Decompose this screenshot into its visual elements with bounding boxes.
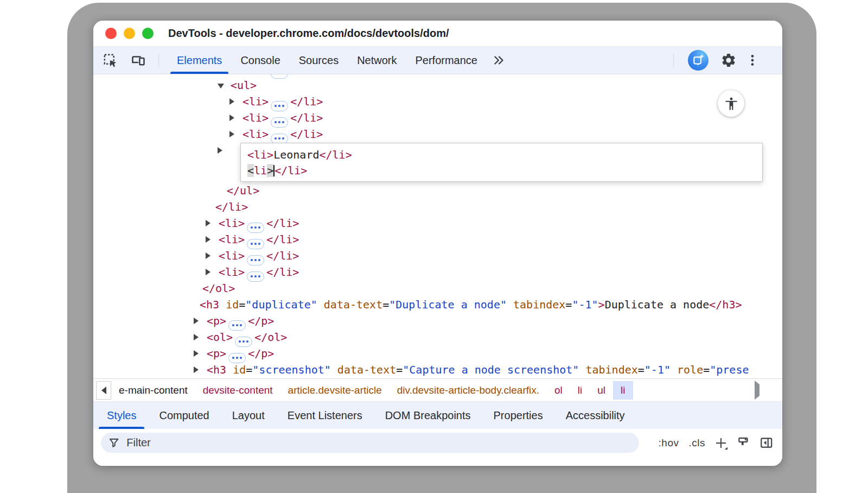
dom-rows: <li></li><ul><li></li><li></li><li></li>…	[93, 74, 782, 378]
code-token: =	[382, 298, 389, 311]
ol-close[interactable]: </ol>	[93, 280, 782, 296]
filter-field[interactable]	[101, 433, 639, 453]
collapse-arrow-icon[interactable]	[218, 84, 224, 89]
code-token: </ul>	[227, 184, 259, 197]
accessibility-overlay-button[interactable]	[718, 90, 744, 117]
expand-arrow-icon[interactable]	[206, 269, 210, 275]
breadcrumb-item-div-devsite-article-body-clearfix-[interactable]: div.devsite-article-body.clearfix.	[390, 381, 547, 400]
settings-gear-icon[interactable]	[719, 51, 738, 69]
li-node[interactable]: <li></li>	[93, 126, 782, 142]
li-node[interactable]: <li></li>	[93, 248, 782, 264]
ellipsis-dot	[236, 324, 238, 326]
ellipsis-dot	[278, 105, 280, 107]
h3-screenshot[interactable]: <h3 id="screenshot" data-text="Capture a…	[93, 362, 782, 378]
zoom-window-button[interactable]	[142, 28, 154, 39]
tab-properties[interactable]: Properties	[482, 402, 554, 429]
ul-close[interactable]: </ul>	[93, 182, 782, 199]
tab-sources[interactable]: Sources	[290, 47, 348, 74]
device-toolbar-icon[interactable]	[130, 52, 146, 68]
edit-as-html-box[interactable]: <li>Leonard</li><li></li>	[240, 143, 763, 182]
ellipsis-dot	[258, 275, 260, 277]
expand-arrow-icon[interactable]	[218, 147, 222, 154]
p-node[interactable]: <p></p>	[93, 313, 782, 329]
expand-arrow-icon[interactable]	[194, 366, 199, 373]
close-window-button[interactable]	[105, 28, 117, 39]
breadcrumb-scroll-left-button[interactable]	[96, 381, 111, 400]
tab-event-listeners[interactable]: Event Listeners	[276, 402, 374, 429]
expand-arrow-icon[interactable]	[229, 131, 234, 137]
code-token: =	[638, 363, 644, 376]
code-token: <	[247, 164, 254, 177]
tab-network[interactable]: Network	[348, 47, 406, 74]
li-node[interactable]: <li></li>	[93, 93, 782, 110]
expand-arrow-icon[interactable]	[194, 318, 199, 324]
breadcrumb-item-li[interactable]: li	[613, 381, 633, 400]
li-node[interactable]: <li></li>	[93, 264, 782, 280]
element-classes-button[interactable]: .cls	[689, 437, 706, 449]
toggle-element-state-button[interactable]: :hov	[659, 437, 679, 449]
expand-arrow-icon[interactable]	[229, 115, 234, 121]
breadcrumb-item-ol[interactable]: ol	[547, 381, 570, 400]
code-token: >	[598, 298, 605, 311]
toggle-sidebar-panel-icon[interactable]	[760, 436, 774, 450]
breadcrumb-item-li[interactable]: li	[570, 381, 590, 400]
ai-assistance-icon[interactable]	[688, 50, 709, 71]
kebab-menu-icon[interactable]	[743, 51, 762, 69]
minimize-window-button[interactable]	[124, 28, 135, 39]
code-token: </p>	[248, 347, 274, 360]
breadcrumb-item-article-devsite-article[interactable]: article.devsite-article	[280, 381, 390, 400]
breadcrumb-item-e-main-content[interactable]: e-main-content	[111, 381, 195, 400]
li-close[interactable]: </li>	[93, 199, 782, 215]
tab-elements[interactable]: Elements	[168, 47, 231, 74]
code-token: <ol>	[207, 331, 233, 344]
expand-arrow-icon[interactable]	[206, 220, 210, 226]
li-node[interactable]: <li></li>	[93, 231, 782, 248]
tab-performance[interactable]: Performance	[406, 47, 487, 74]
expand-arrow-icon[interactable]	[206, 236, 210, 243]
breadcrumb-item-devsite-content[interactable]: devsite-content	[195, 381, 280, 400]
tab-accessibility[interactable]: Accessibility	[554, 402, 636, 429]
code-token: Leonard	[273, 148, 319, 161]
p-node[interactable]: <p></p>	[93, 345, 782, 362]
ellipsis-dot	[251, 243, 253, 245]
edit-line: <li>Leonard</li>	[247, 147, 762, 163]
devtools-window: DevTools - developer.chrome.com/docs/dev…	[93, 21, 782, 466]
expand-arrow-icon[interactable]	[194, 350, 199, 357]
code-token: <li>	[219, 217, 245, 230]
li-node[interactable]: <li></li>	[93, 110, 782, 126]
more-tabs-icon[interactable]	[487, 53, 512, 67]
code-token: li	[254, 164, 267, 177]
filter-input[interactable]	[125, 436, 631, 450]
breadcrumb-scroll-right-button[interactable]	[755, 384, 760, 396]
ellipsis-dot	[282, 137, 284, 140]
ul-open[interactable]: <ul>	[93, 77, 782, 93]
ellipsis-dot	[258, 226, 260, 229]
expand-arrow-icon[interactable]	[194, 334, 199, 340]
breadcrumb-item-ul[interactable]: ul	[590, 381, 613, 400]
code-token: "prese	[710, 363, 749, 376]
tab-console[interactable]: Console	[231, 47, 289, 74]
ellipsis-dot	[251, 226, 253, 229]
code-token: "duplicate"	[245, 298, 317, 311]
code-token: <p>	[207, 347, 226, 360]
new-style-rule-button[interactable]	[714, 436, 728, 450]
expand-arrow-icon[interactable]	[206, 252, 210, 259]
inspect-element-icon[interactable]	[102, 52, 118, 68]
rendering-emulation-brush-icon[interactable]	[737, 436, 751, 450]
li-node-editing[interactable]: <li>Leonard</li><li></li>	[93, 142, 782, 182]
tab-computed[interactable]: Computed	[148, 402, 220, 429]
toolbar-divider	[158, 53, 159, 67]
ol-node[interactable]: <ol></ol>	[93, 329, 782, 345]
expand-arrow-icon[interactable]	[229, 98, 234, 105]
styles-pane-controls: :hov .cls	[649, 433, 774, 453]
tab-layout[interactable]: Layout	[221, 402, 276, 429]
ellipsis-dot	[236, 357, 238, 359]
tab-dom-breakpoints[interactable]: DOM Breakpoints	[374, 402, 482, 429]
tab-styles[interactable]: Styles	[95, 402, 148, 429]
h3-duplicate[interactable]: <h3 id="duplicate" data-text="Duplicate …	[93, 296, 782, 313]
ellipsis-dot	[258, 259, 260, 261]
code-token	[331, 363, 337, 376]
code-token: <p>	[207, 314, 226, 327]
li-node[interactable]: <li></li>	[93, 215, 782, 231]
code-token: =	[246, 363, 252, 376]
